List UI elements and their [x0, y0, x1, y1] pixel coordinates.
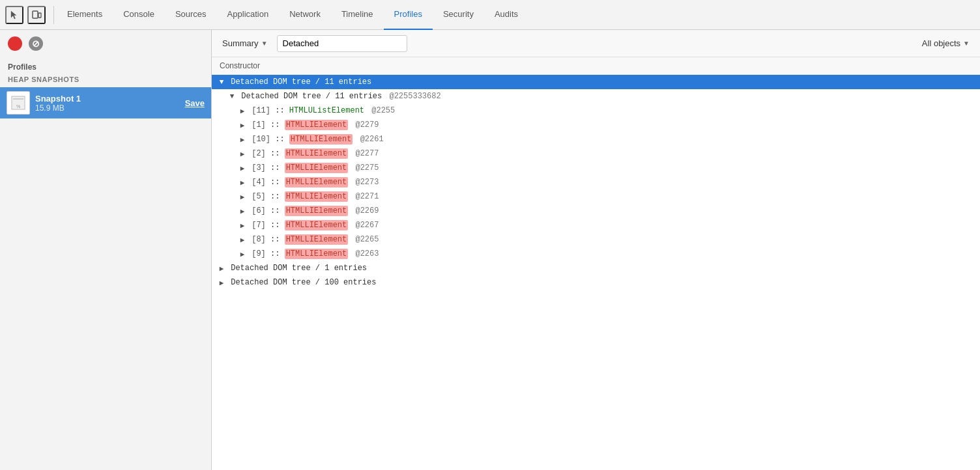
tab-sources[interactable]: Sources: [165, 0, 217, 30]
filter-input[interactable]: [277, 35, 407, 52]
svg-text:%: %: [16, 104, 20, 109]
tab-console[interactable]: Console: [113, 0, 165, 30]
summary-dropdown-arrow: ▼: [261, 40, 268, 47]
snapshot-size: 15.9 MB: [35, 104, 180, 113]
node-class: HTMLLIElement: [285, 148, 349, 159]
node-text: [1] :: HTMLLIElement @2279: [247, 120, 379, 130]
tree-toggle[interactable]: ▶: [238, 250, 247, 258]
node-class: HTMLLIElement: [285, 191, 349, 202]
node-addr: @2263: [355, 249, 379, 258]
tree-row[interactable]: ▶ [2] :: HTMLLIElement @2277: [212, 146, 980, 161]
toolbar-icons-group: [5, 6, 54, 24]
tree-row[interactable]: ▶ [5] :: HTMLLIElement @2271: [212, 189, 980, 204]
node-text: [3] :: HTMLLIElement @2275: [247, 163, 379, 173]
tree-toggle[interactable]: ▶: [238, 135, 247, 144]
node-text: [10] :: HTMLLIElement @2261: [247, 135, 384, 144]
node-class: HTMLLIElement: [285, 249, 349, 259]
tree-row[interactable]: ▶ Detached DOM tree / 100 entries: [212, 275, 980, 290]
node-text: [8] :: HTMLLIElement @2265: [247, 235, 379, 244]
node-addr: @2277: [355, 149, 379, 158]
node-text: [7] :: HTMLLIElement @2267: [247, 221, 379, 230]
objects-dropdown[interactable]: All objects ▼: [917, 36, 975, 51]
node-addr: @2271: [355, 192, 379, 201]
tab-elements[interactable]: Elements: [57, 0, 113, 30]
tree-row[interactable]: ▼ Detached DOM tree / 11 entries: [212, 75, 980, 89]
snapshot-icon: %: [7, 91, 30, 115]
tree-toggle[interactable]: ▶: [217, 279, 226, 287]
node-addr: @2279: [355, 120, 379, 130]
snapshot-save-link[interactable]: Save: [185, 98, 205, 108]
tree-toggle[interactable]: ▼: [227, 92, 237, 100]
node-addr: @2261: [360, 135, 384, 144]
tree-toggle[interactable]: ▼: [217, 78, 226, 86]
node-class: HTMLLIElement: [289, 134, 353, 145]
sidebar-controls: ⊘: [0, 30, 211, 57]
summary-dropdown[interactable]: Summary ▼: [217, 36, 273, 51]
tree-toggle[interactable]: ▶: [238, 150, 247, 158]
tab-profiles[interactable]: Profiles: [384, 0, 433, 30]
tree-row[interactable]: ▶ [9] :: HTMLLIElement @2263: [212, 247, 980, 261]
tree-row[interactable]: ▶ [8] :: HTMLLIElement @2265: [212, 232, 980, 247]
tree-toggle[interactable]: ▶: [238, 121, 247, 130]
node-text: [11] :: HTMLUListElement @2255: [247, 106, 395, 115]
snapshot-info: Snapshot 1 15.9 MB: [35, 94, 180, 113]
objects-label: All objects: [922, 38, 960, 48]
tree-toggle[interactable]: ▶: [238, 178, 247, 187]
node-text: Detached DOM tree / 1 entries: [226, 264, 367, 273]
node-text: [9] :: HTMLLIElement @2263: [247, 249, 379, 258]
tree-row[interactable]: ▶ [7] :: HTMLLIElement @2267: [212, 218, 980, 232]
tree-row[interactable]: ▶ [1] :: HTMLLIElement @2279: [212, 118, 980, 132]
svg-rect-3: [13, 98, 23, 100]
tree-toggle[interactable]: ▶: [238, 107, 247, 115]
summary-label: Summary: [222, 38, 259, 48]
svg-rect-5: [13, 102, 23, 103]
cursor-tool-button[interactable]: [5, 6, 23, 24]
tree-row[interactable]: ▶ [3] :: HTMLLIElement @2275: [212, 161, 980, 175]
node-class: HTMLLIElement: [285, 206, 349, 216]
record-button[interactable]: [8, 36, 22, 51]
content-area: Summary ▼ All objects ▼ Constructor ▼ De…: [212, 30, 980, 470]
node-text: [2] :: HTMLLIElement @2277: [247, 149, 379, 158]
node-text: Detached DOM tree / 100 entries: [226, 278, 376, 287]
heap-snapshots-label: HEAP SNAPSHOTS: [0, 74, 211, 87]
node-text: Detached DOM tree / 11 entries: [226, 77, 371, 87]
node-addr: @2255: [371, 106, 395, 115]
tab-security[interactable]: Security: [433, 0, 484, 30]
tree-toggle[interactable]: ▶: [238, 236, 247, 244]
tree-toggle[interactable]: ▶: [238, 193, 247, 201]
tree-toggle[interactable]: ▶: [238, 207, 247, 215]
tree-row[interactable]: ▶ [10] :: HTMLLIElement @2261: [212, 132, 980, 146]
objects-dropdown-arrow: ▼: [963, 40, 970, 47]
clear-button[interactable]: ⊘: [29, 36, 43, 51]
node-addr: @2255333682: [389, 92, 440, 101]
tree-toggle[interactable]: ▶: [217, 264, 226, 273]
tree-row[interactable]: ▶ Detached DOM tree / 1 entries: [212, 261, 980, 275]
device-toolbar-button[interactable]: [27, 6, 46, 24]
tab-network[interactable]: Network: [279, 0, 331, 30]
tab-timeline[interactable]: Timeline: [331, 0, 384, 30]
svg-rect-4: [13, 101, 23, 102]
snapshot-item[interactable]: % Snapshot 1 15.9 MB Save: [0, 87, 211, 118]
tree-row[interactable]: ▼ Detached DOM tree / 11 entries @225533…: [212, 89, 980, 104]
tree-toggle[interactable]: ▶: [238, 221, 247, 230]
svg-rect-0: [33, 11, 38, 18]
nav-tabs: Elements Console Sources Application Net…: [57, 0, 975, 30]
tab-application[interactable]: Application: [217, 0, 280, 30]
node-class: HTMLLIElement: [285, 163, 349, 173]
main-layout: ⊘ Profiles HEAP SNAPSHOTS % Snapshot 1 1…: [0, 30, 980, 470]
svg-rect-1: [38, 13, 41, 18]
snapshot-name: Snapshot 1: [35, 94, 180, 104]
node-class: HTMLLIElement: [285, 177, 349, 187]
tree-content[interactable]: ▼ Detached DOM tree / 11 entries ▼ Detac…: [212, 75, 980, 470]
tree-row[interactable]: ▶ [4] :: HTMLLIElement @2273: [212, 175, 980, 189]
profiles-label: Profiles: [0, 57, 211, 74]
node-addr: @2275: [355, 163, 379, 173]
tree-row[interactable]: ▶ [11] :: HTMLUListElement @2255: [212, 104, 980, 118]
tree-toggle[interactable]: ▶: [238, 164, 247, 173]
node-addr: @2269: [355, 206, 379, 215]
node-text: [6] :: HTMLLIElement @2269: [247, 206, 379, 215]
tab-audits[interactable]: Audits: [484, 0, 528, 30]
node-class: HTMLLIElement: [285, 220, 349, 230]
tree-row[interactable]: ▶ [6] :: HTMLLIElement @2269: [212, 204, 980, 218]
node-class: HTMLLIElement: [285, 120, 349, 130]
